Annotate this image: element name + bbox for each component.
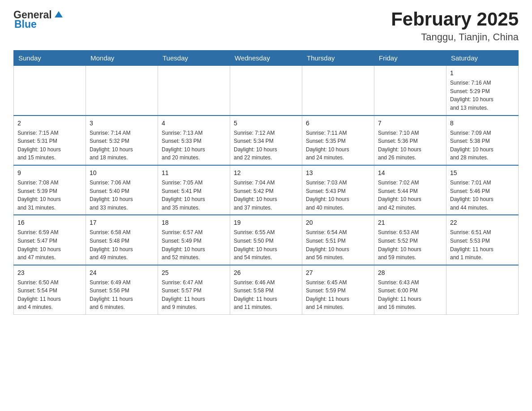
day-info: Sunrise: 6:49 AM Sunset: 5:56 PM Dayligh… bbox=[90, 278, 154, 312]
day-info: Sunrise: 7:10 AM Sunset: 5:36 PM Dayligh… bbox=[378, 129, 442, 162]
calendar-cell: 21Sunrise: 6:53 AM Sunset: 5:52 PM Dayli… bbox=[374, 215, 446, 265]
day-header-friday: Friday bbox=[374, 51, 446, 66]
calendar-cell bbox=[14, 66, 86, 116]
day-header-sunday: Sunday bbox=[14, 51, 86, 66]
calendar-header-row: SundayMondayTuesdayWednesdayThursdayFrid… bbox=[14, 51, 519, 66]
calendar-cell: 9Sunrise: 7:08 AM Sunset: 5:39 PM Daylig… bbox=[14, 165, 86, 215]
day-number: 24 bbox=[90, 268, 154, 278]
day-number: 13 bbox=[306, 168, 370, 178]
calendar-cell bbox=[446, 265, 519, 315]
day-number: 4 bbox=[162, 119, 226, 128]
calendar-cell: 17Sunrise: 6:58 AM Sunset: 5:48 PM Dayli… bbox=[86, 215, 158, 265]
day-number: 3 bbox=[90, 119, 154, 128]
calendar-title: February 2025 bbox=[391, 9, 519, 30]
calendar-cell: 27Sunrise: 6:45 AM Sunset: 5:59 PM Dayli… bbox=[302, 265, 374, 315]
day-number: 25 bbox=[162, 268, 226, 278]
day-info: Sunrise: 7:09 AM Sunset: 5:38 PM Dayligh… bbox=[450, 129, 515, 162]
day-number: 28 bbox=[378, 268, 442, 278]
calendar-cell: 22Sunrise: 6:51 AM Sunset: 5:53 PM Dayli… bbox=[446, 215, 519, 265]
calendar-week-row: 16Sunrise: 6:59 AM Sunset: 5:47 PM Dayli… bbox=[14, 215, 519, 265]
calendar-cell: 19Sunrise: 6:55 AM Sunset: 5:50 PM Dayli… bbox=[230, 215, 302, 265]
calendar-subtitle: Tanggu, Tianjin, China bbox=[391, 31, 519, 43]
day-number: 1 bbox=[450, 68, 515, 78]
calendar-cell: 14Sunrise: 7:02 AM Sunset: 5:44 PM Dayli… bbox=[374, 165, 446, 215]
calendar-cell: 3Sunrise: 7:14 AM Sunset: 5:32 PM Daylig… bbox=[86, 116, 158, 165]
day-info: Sunrise: 7:11 AM Sunset: 5:35 PM Dayligh… bbox=[306, 129, 370, 162]
day-info: Sunrise: 6:55 AM Sunset: 5:50 PM Dayligh… bbox=[234, 228, 298, 261]
day-info: Sunrise: 7:15 AM Sunset: 5:31 PM Dayligh… bbox=[17, 129, 82, 162]
calendar-cell bbox=[230, 66, 302, 116]
calendar-cell: 6Sunrise: 7:11 AM Sunset: 5:35 PM Daylig… bbox=[302, 116, 374, 165]
calendar-cell: 4Sunrise: 7:13 AM Sunset: 5:33 PM Daylig… bbox=[158, 116, 230, 165]
day-info: Sunrise: 7:05 AM Sunset: 5:41 PM Dayligh… bbox=[162, 179, 226, 212]
calendar-week-row: 23Sunrise: 6:50 AM Sunset: 5:54 PM Dayli… bbox=[14, 265, 519, 315]
calendar-cell: 24Sunrise: 6:49 AM Sunset: 5:56 PM Dayli… bbox=[86, 265, 158, 315]
day-number: 17 bbox=[90, 218, 154, 227]
day-number: 16 bbox=[17, 218, 82, 227]
calendar-cell: 1Sunrise: 7:16 AM Sunset: 5:29 PM Daylig… bbox=[446, 66, 519, 116]
day-info: Sunrise: 7:01 AM Sunset: 5:46 PM Dayligh… bbox=[450, 179, 515, 212]
calendar-cell bbox=[86, 66, 158, 116]
day-info: Sunrise: 6:47 AM Sunset: 5:57 PM Dayligh… bbox=[162, 278, 226, 312]
calendar-cell: 20Sunrise: 6:54 AM Sunset: 5:51 PM Dayli… bbox=[302, 215, 374, 265]
day-info: Sunrise: 6:54 AM Sunset: 5:51 PM Dayligh… bbox=[306, 228, 370, 261]
day-info: Sunrise: 7:12 AM Sunset: 5:34 PM Dayligh… bbox=[234, 129, 298, 162]
day-header-wednesday: Wednesday bbox=[230, 51, 302, 66]
calendar-table: SundayMondayTuesdayWednesdayThursdayFrid… bbox=[13, 50, 519, 315]
calendar-cell bbox=[158, 66, 230, 116]
page-header: General Blue February 2025 Tanggu, Tianj… bbox=[13, 9, 519, 43]
calendar-week-row: 9Sunrise: 7:08 AM Sunset: 5:39 PM Daylig… bbox=[14, 165, 519, 215]
day-number: 27 bbox=[306, 268, 370, 278]
day-number: 20 bbox=[306, 218, 370, 227]
calendar-cell: 11Sunrise: 7:05 AM Sunset: 5:41 PM Dayli… bbox=[158, 165, 230, 215]
calendar-cell bbox=[374, 66, 446, 116]
calendar-cell: 7Sunrise: 7:10 AM Sunset: 5:36 PM Daylig… bbox=[374, 116, 446, 165]
day-info: Sunrise: 7:04 AM Sunset: 5:42 PM Dayligh… bbox=[234, 179, 298, 212]
day-number: 10 bbox=[90, 168, 154, 178]
day-number: 18 bbox=[162, 218, 226, 227]
day-info: Sunrise: 6:57 AM Sunset: 5:49 PM Dayligh… bbox=[162, 228, 226, 261]
day-number: 26 bbox=[234, 268, 298, 278]
day-header-tuesday: Tuesday bbox=[158, 51, 230, 66]
calendar-cell: 12Sunrise: 7:04 AM Sunset: 5:42 PM Dayli… bbox=[230, 165, 302, 215]
calendar-cell: 25Sunrise: 6:47 AM Sunset: 5:57 PM Dayli… bbox=[158, 265, 230, 315]
day-info: Sunrise: 6:45 AM Sunset: 5:59 PM Dayligh… bbox=[306, 278, 370, 312]
calendar-cell: 13Sunrise: 7:03 AM Sunset: 5:43 PM Dayli… bbox=[302, 165, 374, 215]
day-header-thursday: Thursday bbox=[302, 51, 374, 66]
calendar-cell: 8Sunrise: 7:09 AM Sunset: 5:38 PM Daylig… bbox=[446, 116, 519, 165]
day-info: Sunrise: 6:43 AM Sunset: 6:00 PM Dayligh… bbox=[378, 278, 442, 312]
day-info: Sunrise: 6:59 AM Sunset: 5:47 PM Dayligh… bbox=[17, 228, 82, 261]
day-number: 6 bbox=[306, 119, 370, 128]
svg-marker-0 bbox=[55, 11, 63, 17]
day-header-saturday: Saturday bbox=[446, 51, 519, 66]
day-info: Sunrise: 6:51 AM Sunset: 5:53 PM Dayligh… bbox=[450, 228, 515, 261]
day-number: 12 bbox=[234, 168, 298, 178]
day-info: Sunrise: 7:02 AM Sunset: 5:44 PM Dayligh… bbox=[378, 179, 442, 212]
day-number: 5 bbox=[234, 119, 298, 128]
day-info: Sunrise: 7:03 AM Sunset: 5:43 PM Dayligh… bbox=[306, 179, 370, 212]
calendar-cell: 5Sunrise: 7:12 AM Sunset: 5:34 PM Daylig… bbox=[230, 116, 302, 165]
title-block: February 2025 Tanggu, Tianjin, China bbox=[391, 9, 519, 43]
day-header-monday: Monday bbox=[86, 51, 158, 66]
day-number: 2 bbox=[17, 119, 82, 128]
day-number: 19 bbox=[234, 218, 298, 227]
day-number: 8 bbox=[450, 119, 515, 128]
day-info: Sunrise: 7:13 AM Sunset: 5:33 PM Dayligh… bbox=[162, 129, 226, 162]
calendar-week-row: 2Sunrise: 7:15 AM Sunset: 5:31 PM Daylig… bbox=[14, 116, 519, 165]
day-info: Sunrise: 6:46 AM Sunset: 5:58 PM Dayligh… bbox=[234, 278, 298, 312]
logo-icon bbox=[53, 9, 64, 21]
logo: General Blue bbox=[13, 9, 64, 30]
day-number: 15 bbox=[450, 168, 515, 178]
day-info: Sunrise: 6:58 AM Sunset: 5:48 PM Dayligh… bbox=[90, 228, 154, 261]
calendar-week-row: 1Sunrise: 7:16 AM Sunset: 5:29 PM Daylig… bbox=[14, 66, 519, 116]
day-number: 7 bbox=[378, 119, 442, 128]
calendar-cell: 10Sunrise: 7:06 AM Sunset: 5:40 PM Dayli… bbox=[86, 165, 158, 215]
calendar-cell: 26Sunrise: 6:46 AM Sunset: 5:58 PM Dayli… bbox=[230, 265, 302, 315]
day-number: 14 bbox=[378, 168, 442, 178]
logo-blue: Blue bbox=[14, 18, 37, 30]
day-info: Sunrise: 7:16 AM Sunset: 5:29 PM Dayligh… bbox=[450, 79, 515, 112]
calendar-cell: 15Sunrise: 7:01 AM Sunset: 5:46 PM Dayli… bbox=[446, 165, 519, 215]
calendar-cell: 16Sunrise: 6:59 AM Sunset: 5:47 PM Dayli… bbox=[14, 215, 86, 265]
calendar-cell bbox=[302, 66, 374, 116]
day-number: 22 bbox=[450, 218, 515, 227]
